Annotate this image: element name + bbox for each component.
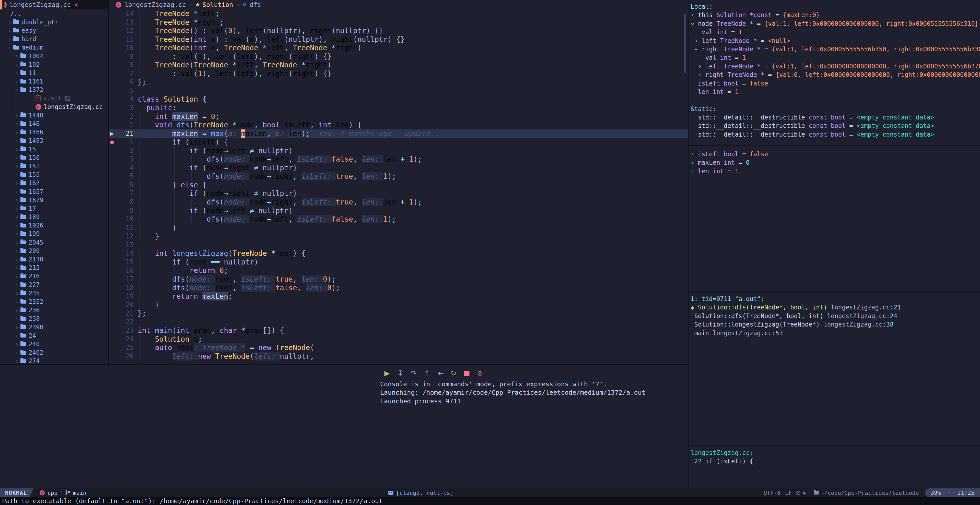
panel-row[interactable]: main longestZigzag.cc:51	[690, 329, 980, 338]
editor-scrollbar[interactable]	[684, 14, 686, 73]
tree-item-2045[interactable]: ›2045	[0, 238, 108, 247]
debug-position-icon[interactable]: ▶	[108, 129, 118, 138]
close-icon[interactable]: ×	[74, 1, 78, 9]
tree-item-1679[interactable]: ›1679	[0, 196, 108, 204]
lsp-segment[interactable]: [clangd, null-ls]	[388, 490, 453, 496]
code-editor[interactable]: 14│ TreeNode *left;13│ TreeNode *right;1…	[108, 10, 688, 364]
panel-divider[interactable]	[689, 145, 980, 146]
code-line[interactable]: 6│ │ } else {	[108, 181, 688, 189]
tree-item-a.out[interactable]: │ │ 01a.out	[0, 94, 108, 103]
tree-item-2390[interactable]: ›2390	[0, 323, 108, 331]
current-code-line[interactable]: ▶21│ │ maxLen = max(a: maxLen, b: len); …	[108, 129, 688, 138]
chevron-right-icon[interactable]: ›	[13, 70, 21, 76]
chevron-right-icon[interactable]: ›	[6, 27, 13, 34]
tree-item-17[interactable]: ›17	[0, 204, 108, 213]
chevron-right-icon[interactable]: ›	[13, 214, 21, 220]
code-line[interactable]: 8│ │ │ │ dfs(node: node→right, isLeft: t…	[108, 198, 688, 206]
panel-row[interactable]: longestZigzag.cc:	[690, 449, 980, 457]
chevron-right-icon[interactable]: ›	[13, 349, 21, 356]
tree-item-double_ptr[interactable]: ›double_ptr	[0, 18, 108, 26]
code-line[interactable]: 15│ │ if (root ══ nullptr)	[108, 258, 688, 267]
code-line[interactable]: 7│ │ : val(1), left(left), right(right) …	[108, 70, 688, 78]
tree-item-1161[interactable]: ›1161	[0, 77, 108, 86]
tree-item-1372[interactable]: ›1372	[0, 86, 108, 94]
chevron-right-icon[interactable]: ›	[13, 358, 21, 364]
chevron-right-icon[interactable]: ›	[13, 248, 21, 254]
tree-item-155[interactable]: ›155	[0, 170, 108, 179]
chevron-right-icon[interactable]: ›	[13, 53, 21, 59]
panel-row[interactable]: Launching: /home/ayamir/code/Cpp-Practic…	[380, 388, 646, 397]
tree-item-2462[interactable]: ›2462	[0, 348, 108, 357]
chevron-right-icon[interactable]: ›	[6, 36, 13, 42]
tree-item-238[interactable]: ›238	[0, 314, 108, 323]
code-line[interactable]: 13	[108, 241, 688, 249]
code-line[interactable]: 17│ │ dfs(node: root, isLeft: true, len:…	[108, 275, 688, 284]
step-over-icon[interactable]: ↷	[410, 369, 417, 377]
tree-item-2352[interactable]: ›2352	[0, 297, 108, 306]
tree-item-215[interactable]: ›215	[0, 264, 108, 272]
chevron-right-icon[interactable]: ›	[13, 341, 21, 347]
chevron-right-icon[interactable]: ›	[13, 172, 21, 178]
tree-item-236[interactable]: ›236	[0, 306, 108, 314]
chevron-right-icon[interactable]: ›	[13, 188, 21, 195]
debug-console[interactable]: ▶↧↷↑⇤↻■⊘ Console is in 'commands' mode, …	[0, 365, 688, 488]
panel-row[interactable]: Solution::dfs(TreeNode*, bool, int) long…	[690, 312, 980, 321]
chevron-right-icon[interactable]: ›	[13, 121, 21, 127]
code-line[interactable]: 14│ int longestZigzag(TreeNode *root) {	[108, 249, 688, 258]
command-line[interactable]: Path to executable (default to "a.out"):…	[0, 497, 980, 505]
tree-item-151[interactable]: ›151	[0, 162, 108, 170]
panel-row[interactable]: Console is in 'commands' mode, prefix ex…	[380, 380, 646, 388]
breadcrumb-class[interactable]: Solution	[202, 1, 233, 8]
chevron-right-icon[interactable]: ›	[13, 332, 21, 339]
tree-item-150[interactable]: ›150	[0, 154, 108, 162]
code-line[interactable]: 19│ │ return maxLen;	[108, 292, 688, 301]
panel-row[interactable]: 22 if (isLeft) {	[690, 457, 980, 466]
code-line[interactable]: 6};	[108, 78, 688, 87]
code-line[interactable]: 18│ │ dfs(node: root, isLeft: false, len…	[108, 284, 688, 292]
chevron-right-icon[interactable]: ›	[13, 197, 21, 203]
code-line[interactable]: 11│ │ }	[108, 224, 688, 232]
panel-row[interactable]: val int = 1	[690, 28, 980, 37]
panel-row[interactable]: Local:	[690, 3, 980, 11]
breadcrumb-file[interactable]: longestZigzag.cc	[124, 1, 186, 8]
chevron-right-icon[interactable]: ›	[13, 129, 21, 136]
panel-row[interactable]: Static:	[690, 105, 980, 113]
code-line[interactable]: 5	[108, 87, 688, 95]
tab-longestZigzag[interactable]: C longestZigzag.cc ×	[0, 0, 67, 10]
panel-row[interactable]: std::__detail::__destructible const bool…	[690, 130, 980, 139]
chevron-right-icon[interactable]: ›	[13, 307, 21, 313]
code-line[interactable]: 1│ void dfs(TreeNode *node, bool isLeft,…	[108, 121, 688, 129]
tree-item-longestZigzag.cc[interactable]: │ │ ClongestZigzag.cc	[0, 103, 108, 111]
code-line[interactable]: 26│ │ left: new TreeNode(left: nullptr,	[108, 352, 688, 361]
code-line[interactable]: 4class Solution {	[108, 95, 688, 104]
tree-item-1466[interactable]: ›1466	[0, 128, 108, 137]
breakpoints-section[interactable]: longestZigzag.cc: 22 if (isLeft) {	[690, 449, 980, 480]
step-back-icon[interactable]: ⇤	[436, 369, 444, 377]
code-line[interactable]: 9│ │ : val(x), left(left), right(right) …	[108, 52, 688, 61]
code-line[interactable]: 23int main(int argc, char *argv[]) {	[108, 326, 688, 335]
code-line[interactable]: 24│ Solution s;	[108, 335, 688, 344]
code-line[interactable]: 11│ TreeNode(int x) : val(x), left(nullp…	[108, 35, 688, 44]
chevron-right-icon[interactable]: ›	[13, 316, 21, 322]
chevron-right-icon[interactable]: ›	[13, 205, 21, 212]
tree-item-199[interactable]: ›199	[0, 230, 108, 238]
tree-root[interactable]: /..	[0, 10, 108, 18]
code-line[interactable]: ●1│ │ if (isLeft) {	[108, 138, 688, 146]
tree-item-15[interactable]: ›15	[0, 145, 108, 154]
tree-item-235[interactable]: ›235	[0, 289, 108, 297]
panel-row[interactable]: › this Solution *const = {maxLen:0}	[690, 11, 980, 19]
panel-row[interactable]: std::__detail::__destructible const bool…	[690, 113, 980, 122]
tree-item-24[interactable]: ›24	[0, 331, 108, 340]
panel-row[interactable]: › len int = 1	[690, 167, 980, 176]
panel-row[interactable]: 1: tid=9711 "a.out":	[690, 295, 980, 303]
chevron-right-icon[interactable]: ›	[13, 112, 21, 119]
panel-row[interactable]: › isLeft bool = false	[690, 150, 980, 159]
panel-row[interactable]: › right TreeNode * = {val:1, left:0x0000…	[690, 45, 980, 54]
chevron-right-icon[interactable]: ›	[13, 231, 21, 237]
filetype-segment[interactable]: C cpp	[40, 490, 57, 496]
chevron-right-icon[interactable]: ›	[13, 299, 21, 305]
panel-row[interactable]: len int = 1	[690, 88, 980, 96]
panel-row[interactable]: Solution::longestZigzag(TreeNode*) longe…	[690, 321, 980, 329]
tree-item-1657[interactable]: ›1657	[0, 187, 108, 196]
chevron-right-icon[interactable]: ›	[13, 265, 21, 271]
